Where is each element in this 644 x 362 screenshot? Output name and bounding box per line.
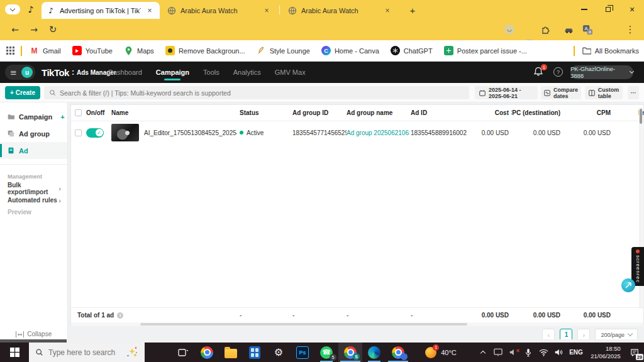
notifications-bell-icon[interactable]: 1: [533, 67, 545, 78]
search-input[interactable]: [60, 89, 464, 97]
weather-badge: 1: [433, 344, 439, 351]
column-name[interactable]: Name: [111, 105, 237, 121]
scrollbar-thumb[interactable]: [140, 323, 467, 326]
tab-active[interactable]: ♪ Advertising on TikTok | TikTok A ×: [42, 2, 160, 19]
tray-expand-button[interactable]: [475, 343, 491, 362]
tab-close-button[interactable]: ×: [145, 6, 155, 16]
ad-group-name-link[interactable]: Ad group 2025062106343...: [347, 121, 409, 144]
column-cost[interactable]: Cost: [474, 105, 509, 121]
tab-close-button[interactable]: ×: [382, 6, 392, 16]
column-ad-id[interactable]: Ad ID: [411, 105, 474, 121]
column-cpm[interactable]: CPM: [563, 105, 611, 121]
sidebar-item-campaign[interactable]: Campaign +: [0, 108, 67, 125]
minimize-button[interactable]: [572, 0, 596, 19]
translate-extension-icon[interactable]: Aa: [581, 23, 594, 36]
tray-cast-icon[interactable]: [491, 343, 506, 362]
custom-table-button[interactable]: Custom table: [585, 86, 623, 99]
ad-name-cell[interactable]: AI_Editor_1750513084525_2025-06...: [111, 121, 237, 144]
taskbar-search[interactable]: [29, 343, 145, 362]
bookmark-style-lounge[interactable]: Style Lounge: [257, 46, 310, 55]
tray-microphone-icon[interactable]: [521, 343, 536, 362]
column-ad-group-name[interactable]: Ad group name: [347, 105, 409, 121]
taskbar-settings[interactable]: ⚙: [267, 343, 291, 362]
compare-dates-button[interactable]: Compare dates: [541, 86, 581, 99]
browser-navbar: ← → ↻ ads.tiktok.com/i18n/manage/creativ…: [0, 19, 644, 40]
extension-car-icon[interactable]: [562, 23, 575, 36]
sidebar-item-bulk-export[interactable]: Bulk export/import ›: [0, 182, 67, 194]
sidebar-item-automated-rules[interactable]: Automated rules ›: [0, 194, 67, 206]
bookmark-label: Home - Canva: [335, 47, 379, 55]
account-selector[interactable]: PK-GhazlOnline-3888: [570, 65, 633, 79]
workspace-menu[interactable]: ≡ u: [5, 65, 35, 80]
taskbar-chrome[interactable]: [195, 343, 219, 362]
forward-button[interactable]: →: [28, 23, 40, 36]
taskbar-file-explorer[interactable]: [219, 343, 243, 362]
date-range-button[interactable]: 2025-06-14 - 2025-06-21: [475, 86, 538, 99]
taskbar-calculator[interactable]: [243, 343, 267, 362]
extension-disabled-icon[interactable]: [503, 23, 516, 36]
help-icon[interactable]: ?: [553, 67, 563, 77]
column-onoff[interactable]: On/off: [86, 105, 114, 121]
bookmark-canva[interactable]: CHome - Canva: [321, 46, 379, 55]
total-ad-group-name-cell: -: [347, 308, 409, 322]
info-icon[interactable]: i: [117, 312, 123, 319]
start-button[interactable]: [0, 343, 29, 362]
reload-button[interactable]: ↻: [47, 23, 59, 36]
column-ad-group-id[interactable]: Ad group ID: [292, 105, 347, 121]
sidebar-item-ad-group[interactable]: Ad group: [0, 125, 67, 142]
clock[interactable]: 18:50 21/06/2025: [586, 343, 625, 362]
nav-campaign[interactable]: Campaign: [156, 62, 189, 82]
nav-analytics[interactable]: Analytics: [233, 62, 261, 82]
restore-button[interactable]: [596, 0, 620, 19]
tray-wifi-icon[interactable]: [536, 343, 551, 362]
column-cpc[interactable]: CPC (destination): [511, 105, 560, 121]
bookmark-youtube[interactable]: YouTube: [72, 46, 113, 55]
bookmark-chatgpt[interactable]: ChatGPT: [391, 46, 433, 55]
bookmark-gmail[interactable]: MGmail: [30, 46, 61, 55]
notification-center-button[interactable]: 29: [625, 343, 644, 362]
extensions-puzzle-icon[interactable]: [540, 23, 552, 36]
task-view-button[interactable]: [171, 343, 195, 362]
taskbar-search-input[interactable]: [48, 348, 116, 357]
taskbar-edge[interactable]: [362, 343, 386, 362]
taskbar-weather[interactable]: 1 40°C: [419, 343, 463, 362]
bookmark-postex[interactable]: Postex parcel issue -...: [444, 46, 527, 55]
tab-close-button[interactable]: ×: [262, 6, 272, 16]
scrollbar-thumb[interactable]: [640, 109, 642, 124]
add-campaign-icon[interactable]: +: [60, 113, 64, 121]
column-status[interactable]: Status: [240, 105, 290, 121]
more-options-button[interactable]: ···: [628, 86, 639, 99]
create-button[interactable]: + Create: [5, 86, 40, 99]
apps-grid-icon[interactable]: [6, 47, 14, 55]
all-bookmarks-button[interactable]: All Bookmarks: [574, 46, 639, 56]
nav-gmv-max[interactable]: GMV Max: [275, 62, 306, 82]
tab-search-button[interactable]: [5, 4, 20, 14]
collapse-sidebar-button[interactable]: ↔ Collapse: [0, 331, 67, 337]
table-horizontal-scrollbar[interactable]: [71, 322, 643, 326]
row-checkbox[interactable]: [75, 121, 86, 144]
language-indicator[interactable]: ENG: [566, 343, 586, 362]
search-filter-bar[interactable]: [44, 86, 469, 99]
browser-menu-icon[interactable]: ⋮: [624, 23, 636, 36]
taskbar-whatsapp[interactable]: ☎ 5: [314, 343, 338, 362]
taskbar-photoshop[interactable]: Ps: [291, 343, 314, 362]
nav-tools[interactable]: Tools: [203, 62, 219, 82]
nav-dashboard[interactable]: Dashboard: [108, 62, 142, 82]
close-button[interactable]: ×: [620, 0, 644, 19]
screenrec-ball-button[interactable]: [621, 278, 635, 292]
tray-volume-icon[interactable]: [551, 343, 566, 362]
new-tab-button[interactable]: +: [406, 4, 419, 16]
taskbar-chrome-profile-s[interactable]: S: [338, 343, 362, 362]
select-all-checkbox[interactable]: [75, 105, 86, 121]
row-toggle[interactable]: ✓: [86, 121, 114, 144]
tab-2[interactable]: Arabic Aura Watch ×: [162, 2, 277, 19]
back-button[interactable]: ←: [9, 23, 21, 36]
pinned-tab-tiktok[interactable]: ♪: [23, 3, 39, 16]
tray-sound-muted-icon[interactable]: ×: [506, 343, 521, 362]
sidebar-item-ad[interactable]: Ad: [0, 142, 67, 159]
bookmark-maps[interactable]: Maps: [124, 46, 154, 55]
tab-3[interactable]: Arabic Aura Watch ×: [283, 2, 397, 19]
ad-thumbnail[interactable]: [111, 124, 139, 141]
taskbar-chrome-profile-2[interactable]: [386, 343, 410, 362]
bookmark-remove-background[interactable]: Remove Backgroun...: [165, 46, 245, 55]
